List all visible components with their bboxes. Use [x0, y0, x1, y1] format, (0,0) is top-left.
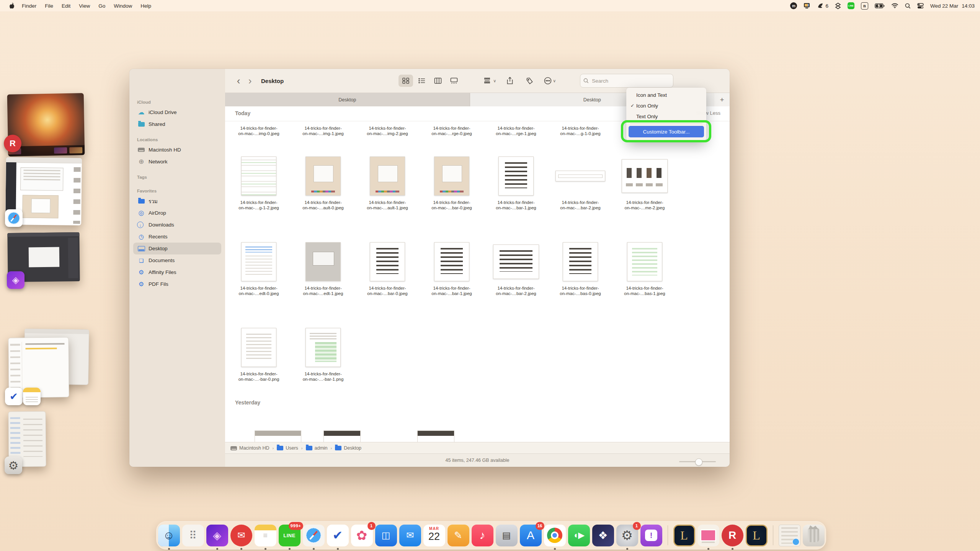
file-item[interactable]: 14-tricks-for-finder- on-mac-…bar-0.jpeg: [420, 155, 484, 210]
icon-size-slider[interactable]: [679, 461, 716, 462]
sidebar-item[interactable]: Shared: [133, 118, 221, 130]
breadcrumb-desktop[interactable]: Desktop: [335, 445, 361, 451]
menu-item[interactable]: File: [41, 3, 57, 9]
file-item[interactable]: 14-tricks-for-finder- on-mac-…bar-2.jpeg: [548, 155, 612, 210]
launchpad[interactable]: ⠿: [182, 525, 204, 546]
menu-bar-clock[interactable]: Wed 22 Mar 14:03: [930, 3, 975, 9]
breadcrumb-macintosh-hd[interactable]: Macintosh HD: [230, 445, 270, 451]
gallery-view-button[interactable]: [447, 75, 461, 87]
list-view-button[interactable]: [415, 75, 429, 87]
file-thumbnail-partial[interactable]: [417, 430, 454, 442]
sidebar-item[interactable]: Favorites: [133, 187, 221, 195]
file-item[interactable]: 14-tricks-for-finder- on-mac-…g-1-0.jpeg: [548, 123, 612, 136]
menu-item[interactable]: View: [75, 3, 94, 9]
icon-view-button[interactable]: [399, 75, 413, 87]
display-status-icon[interactable]: [804, 2, 811, 9]
file-item[interactable]: 14-tricks-for-finder- on-mac-…rge-0.jpeg: [420, 123, 484, 136]
file-item[interactable]: 14-tricks-for-finder- on-mac-…rge-1.jpeg: [484, 123, 548, 136]
control-center-icon[interactable]: [917, 2, 924, 9]
search-input[interactable]: [591, 78, 658, 84]
blue-swoosh-app[interactable]: ✔: [327, 525, 349, 546]
file-item[interactable]: 14-tricks-for-finder- on-mac-…bas-0.jpeg: [548, 240, 612, 296]
column-view-button[interactable]: [431, 75, 445, 87]
mail[interactable]: ✉: [399, 525, 421, 546]
menu-item[interactable]: Finder: [18, 3, 41, 9]
wifi-icon[interactable]: [891, 2, 898, 9]
spotlight-search-icon[interactable]: [905, 2, 911, 9]
pink-display-app[interactable]: [697, 525, 719, 546]
apple-menu-icon[interactable]: [6, 2, 18, 9]
battery-charging-icon[interactable]: [875, 2, 885, 9]
breadcrumb-users[interactable]: Users: [277, 445, 298, 451]
group-by-button[interactable]: ∨: [483, 75, 497, 87]
sidebar-item[interactable]: PDF Fils: [133, 278, 221, 290]
file-item[interactable]: 14-tricks-for-finder- on-mac-…edt-0.jpeg: [227, 240, 291, 296]
photos[interactable]: ✿ 1: [351, 525, 373, 546]
file-item[interactable]: 14-tricks-for-finder- on-mac-…-bar-0.png: [227, 326, 291, 382]
image-capture[interactable]: ▤: [496, 525, 518, 546]
purple-alert-app[interactable]: !: [640, 525, 662, 546]
sidebar-item[interactable]: Downloads: [133, 219, 221, 231]
shortcuts[interactable]: ❖: [592, 525, 614, 546]
calendar[interactable]: MAR 22: [423, 525, 445, 546]
context-menu-item[interactable]: ✓ Icon and Text: [626, 90, 706, 100]
forward-button[interactable]: ›: [244, 75, 256, 86]
more-actions-button[interactable]: ∨: [542, 75, 557, 87]
file-item[interactable]: 14-tricks-for-finder- on-mac-…img-2.jpeg: [355, 123, 420, 136]
sidebar-item[interactable]: Network: [133, 156, 221, 168]
keynote[interactable]: ◫: [375, 525, 397, 546]
bird-status-icon[interactable]: 6: [817, 2, 828, 9]
menu-item[interactable]: Edit: [57, 3, 75, 9]
sidebar-item[interactable]: Tags: [133, 173, 221, 181]
back-button[interactable]: ‹: [233, 75, 244, 86]
line-status-icon[interactable]: LINE: [848, 2, 854, 9]
file-item[interactable]: 14-tricks-for-finder- on-mac-…bar-1.jpeg: [420, 240, 484, 296]
sidebar-item[interactable]: iCloud: [133, 98, 221, 106]
slider-knob[interactable]: [695, 458, 702, 466]
system-settings[interactable]: ⚙ 1: [616, 525, 638, 546]
file-item[interactable]: 14-tricks-for-finder- on-mac-…-bar-1.png: [291, 326, 355, 382]
file-thumbnail-partial[interactable]: [255, 430, 301, 442]
notes[interactable]: ≡: [255, 525, 276, 546]
file-item[interactable]: 14-tricks-for-finder- on-mac-…edt-1.jpeg: [291, 240, 355, 296]
sidebar-item[interactable]: Recents: [133, 231, 221, 243]
menu-item[interactable]: Help: [136, 3, 155, 9]
context-menu-item[interactable]: ✓ Text Only: [626, 111, 706, 122]
sidebar-item[interactable]: Documents: [133, 254, 221, 266]
file-item[interactable]: 14-tricks-for-finder- on-mac-…img-1.jpeg: [291, 123, 355, 136]
league-of-legends-2[interactable]: L: [746, 525, 768, 546]
tag-button[interactable]: [523, 75, 537, 87]
minimized-finder-window[interactable]: [779, 525, 800, 546]
file-item[interactable]: 14-tricks-for-finder- on-mac-…bas-1.jpeg: [612, 240, 677, 296]
sidebar-item[interactable]: iCloud Drive: [133, 106, 221, 118]
context-menu-item[interactable]: ✓ Icon Only: [626, 100, 706, 111]
mail-red[interactable]: ✉: [230, 525, 252, 546]
dock-separator[interactable]: [668, 525, 668, 545]
search-field[interactable]: [580, 74, 673, 88]
notion-status-icon[interactable]: n: [861, 2, 868, 10]
menu-extra-icon[interactable]: m: [790, 2, 797, 9]
music[interactable]: ♪: [472, 525, 493, 546]
file-item[interactable]: 14-tricks-for-finder- on-mac-…me-2.jpeg: [612, 155, 677, 210]
app-store[interactable]: A 16: [520, 525, 542, 546]
file-thumbnail-partial[interactable]: [323, 430, 361, 442]
tab-desktop-1[interactable]: Desktop: [225, 93, 470, 107]
file-item[interactable]: 14-tricks-for-finder- on-mac-…bar-2.jpeg: [484, 240, 548, 296]
line[interactable]: LINE 999+: [279, 525, 301, 546]
sidebar-item[interactable]: Desktop: [133, 243, 221, 254]
stack-status-icon[interactable]: [835, 2, 841, 9]
finder[interactable]: ☺: [158, 525, 180, 546]
breadcrumb-admin[interactable]: admin: [306, 445, 328, 451]
customize-toolbar-menu-item[interactable]: Customize Toolbar...: [629, 126, 704, 137]
menu-item[interactable]: Window: [109, 3, 136, 9]
riot-client[interactable]: R: [722, 525, 743, 546]
league-of-legends[interactable]: L: [673, 525, 695, 546]
sidebar-item[interactable]: Macintosh HD: [133, 144, 221, 156]
file-item[interactable]: 14-tricks-for-finder- on-mac-…bar-0.jpeg: [355, 240, 420, 296]
file-item[interactable]: 14-tricks-for-finder- on-mac-…img-0.jpeg: [227, 123, 291, 136]
sidebar-item[interactable]: AirDrop: [133, 207, 221, 219]
file-item[interactable]: 14-tricks-for-finder- on-mac-…ault-0.jpe…: [291, 155, 355, 210]
sidebar-item[interactable]: รวม: [133, 195, 221, 207]
dock-separator[interactable]: [773, 525, 773, 545]
pages[interactable]: ✎: [448, 525, 469, 546]
